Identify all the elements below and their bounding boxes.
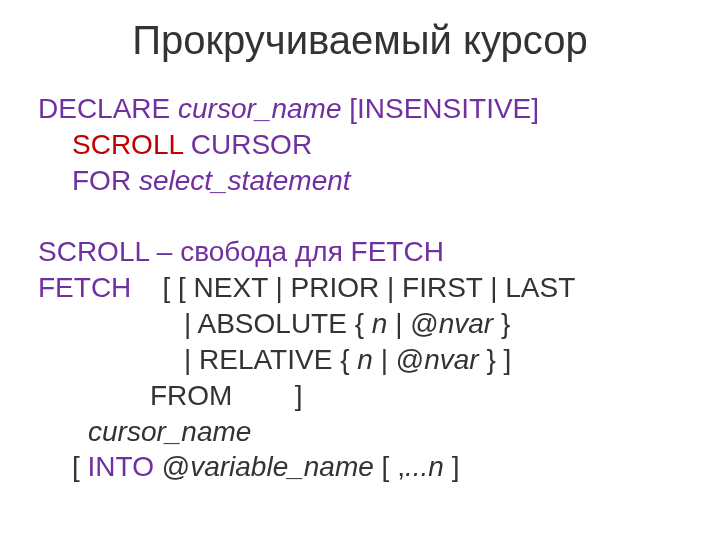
f6var: variable_name — [190, 451, 381, 482]
f6at: @ — [162, 451, 190, 482]
f2n: n — [372, 308, 395, 339]
spacer — [38, 198, 690, 234]
fetch-line1: FETCH [ [ NEXT | PRIOR | FIRST | LAST — [38, 270, 690, 306]
scroll-note-text: SCROLL – свобода для — [38, 236, 351, 267]
slide-title: Прокручиваемый курсор — [0, 18, 720, 63]
f6a: [ — [72, 451, 88, 482]
fetch-line3: | RELATIVE { n | @nvar } ] — [38, 342, 690, 378]
insensitive: [INSENSITIVE] — [349, 93, 539, 124]
f2a: | ABSOLUTE { — [184, 308, 372, 339]
f3n: n — [357, 344, 380, 375]
fetch-line4: FROM ] — [38, 378, 690, 414]
scroll-note-fetch: FETCH — [351, 236, 444, 267]
declare-line2: SCROLL CURSOR — [38, 127, 690, 163]
fetch-line2: | ABSOLUTE { n | @nvar } — [38, 306, 690, 342]
kw-declare: DECLARE — [38, 93, 178, 124]
f3a: | RELATIVE { — [184, 344, 357, 375]
f6b: [ — [382, 451, 398, 482]
f3at: @ — [396, 344, 424, 375]
declare-line1: DECLARE cursor_name [INSENSITIVE] — [38, 91, 690, 127]
f3close: } ] — [486, 344, 511, 375]
f3nvar: nvar — [424, 344, 486, 375]
f6dots: ... — [405, 451, 428, 482]
f2nvar: nvar — [439, 308, 501, 339]
fetch-line5: cursor_name — [38, 414, 690, 450]
slide-body: DECLARE cursor_name [INSENSITIVE] SCROLL… — [0, 91, 720, 485]
f6n: n — [428, 451, 451, 482]
f2pipe: | — [395, 308, 410, 339]
fetch-line6: [ INTO @variable_name [ ,...n ] — [38, 449, 690, 485]
fetch-l1-rest: [ [ NEXT | PRIOR | FIRST | LAST — [131, 272, 575, 303]
kw-scroll: SCROLL — [72, 129, 191, 160]
kw-for: FOR — [72, 165, 139, 196]
f2at: @ — [410, 308, 438, 339]
kw-cursor: CURSOR — [191, 129, 312, 160]
kw-fetch: FETCH — [38, 272, 131, 303]
kw-into: INTO — [88, 451, 162, 482]
f6comma: , — [397, 451, 405, 482]
f2close: } — [501, 308, 510, 339]
select-stmt: select_statement — [139, 165, 351, 196]
f3pipe: | — [381, 344, 396, 375]
f6c: ] — [452, 451, 460, 482]
scroll-note: SCROLL – свобода для FETCH — [38, 234, 690, 270]
cursor-name: cursor_name — [178, 93, 349, 124]
declare-line3: FOR select_statement — [38, 163, 690, 199]
